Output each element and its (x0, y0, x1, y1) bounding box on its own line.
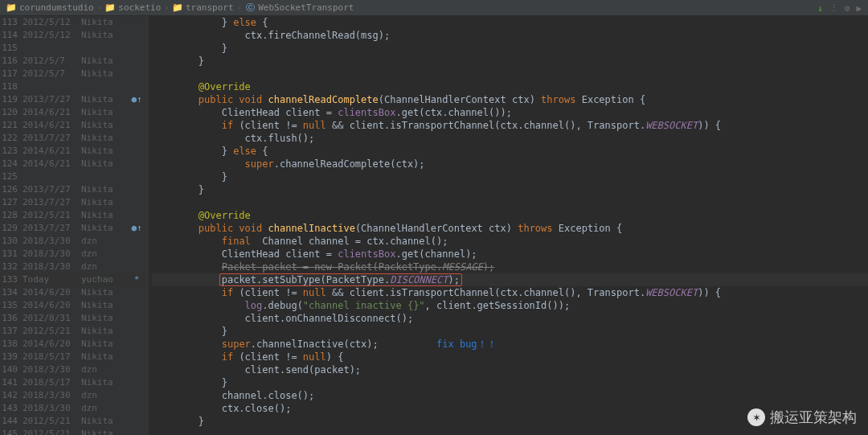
crumb-0[interactable]: corundumstudio (19, 2, 94, 13)
blame-date: 2018/3/30 (21, 261, 81, 273)
blame-author: Nikita (81, 29, 128, 42)
gutter-row[interactable]: 1292013/7/27Nikita●↑ (0, 222, 145, 235)
blame-author: Nikita (81, 376, 128, 389)
blame-date: 2014/6/21 (21, 158, 81, 170)
gutter-row[interactable]: 1192013/7/27Nikita●↑ (0, 93, 145, 106)
gutter-row[interactable]: 1262013/7/27Nikita (0, 183, 145, 196)
blame-date: 2012/5/7 (21, 68, 81, 80)
code-area[interactable]: } else { ctx.fireChannelRead(msg); } } @… (149, 16, 868, 435)
line-number: 127 (0, 196, 21, 209)
gutter-row[interactable]: 1232014/6/21Nikita (0, 145, 145, 158)
gutter-mark-icon (128, 68, 145, 80)
line-number: 145 (0, 428, 21, 435)
gutter-row[interactable]: 1222013/7/27Nikita (0, 132, 145, 145)
blame-date: 2012/5/7 (21, 55, 81, 68)
blame-date: 2018/3/30 (21, 389, 81, 402)
gutter-row[interactable]: 118 (0, 80, 145, 93)
watermark: ✶ 搬运亚策架构 (747, 408, 857, 427)
gutter-row[interactable]: 1202014/6/21Nikita (0, 106, 145, 119)
gutter-row[interactable]: 1172012/5/7Nikita (0, 68, 145, 80)
blame-author: dzn (81, 389, 128, 402)
gutter-row[interactable]: 1212014/6/21Nikita (0, 119, 145, 132)
gutter-row[interactable]: 1242014/6/21Nikita (0, 158, 145, 170)
gutter-row[interactable]: 1372012/5/21Nikita (0, 325, 145, 338)
gutter-row[interactable]: 1362012/8/31Nikita (0, 312, 145, 325)
gutter-mark-icon (128, 42, 145, 55)
line-number: 117 (0, 68, 21, 80)
blame-author: Nikita (81, 106, 128, 119)
line-number: 138 (0, 338, 21, 351)
gutter-row[interactable]: 1342014/6/20Nikita (0, 286, 145, 299)
gutter-mark-icon (128, 415, 145, 428)
blame-date: 2013/7/27 (21, 183, 81, 196)
gutter-row[interactable]: 115 (0, 42, 145, 55)
gutter-row[interactable]: 1432018/3/30dzn (0, 402, 145, 415)
wechat-icon: ✶ (747, 408, 765, 426)
menu-icon[interactable]: ⋮ (829, 3, 838, 14)
blame-author: Nikita (81, 196, 128, 209)
blame-date: Today (21, 273, 81, 286)
gutter-row[interactable]: 1452012/5/21Nikita (0, 428, 145, 435)
blame-author: Nikita (81, 183, 128, 196)
crumb-2[interactable]: transport (186, 2, 234, 13)
gutter-row[interactable]: 1322018/3/30dzn (0, 261, 145, 273)
gutter-row[interactable]: 1382014/6/20Nikita (0, 338, 145, 351)
blame-date: 2018/3/30 (21, 248, 81, 261)
gutter-mark-icon: * (128, 273, 145, 286)
blame-date: 2013/7/27 (21, 132, 81, 145)
gutter-mark-icon (128, 376, 145, 389)
blame-date: 2018/3/30 (21, 363, 81, 376)
gutter-row[interactable]: 125 (0, 170, 145, 183)
gutter-row[interactable]: 1442012/5/21Nikita (0, 415, 145, 428)
gutter-mark-icon (128, 428, 145, 435)
highlighted-line: packet.setSubType(PacketType.DISCONNECT)… (152, 273, 868, 286)
folder-icon: 📁 (105, 3, 115, 13)
gutter-row[interactable]: 1302018/3/30dzn (0, 235, 145, 248)
gutter-row[interactable]: 1282012/5/21Nikita (0, 209, 145, 222)
gutter-mark-icon (128, 338, 145, 351)
gutter-row[interactable]: 133Todayyuchao* (0, 273, 145, 286)
watermark-text: 搬运亚策架构 (770, 408, 857, 427)
crumb-1[interactable]: socketio (118, 2, 161, 13)
line-number: 144 (0, 415, 21, 428)
blame-author: Nikita (81, 415, 128, 428)
download-icon[interactable]: ↓ (817, 3, 823, 14)
line-number: 139 (0, 351, 21, 363)
gear-icon[interactable]: ⚙ (845, 3, 850, 14)
line-number: 137 (0, 325, 21, 338)
line-number: 142 (0, 389, 21, 402)
blame-date: 2014/6/21 (21, 119, 81, 132)
blame-date: 2018/5/17 (21, 351, 81, 363)
blame-author: Nikita (81, 312, 128, 325)
gutter-mark-icon (128, 248, 145, 261)
gutter-mark-icon (128, 235, 145, 248)
line-number: 119 (0, 93, 21, 106)
blame-author: Nikita (81, 93, 128, 106)
gutter-row[interactable]: 1272013/7/27Nikita (0, 196, 145, 209)
line-number: 120 (0, 106, 21, 119)
gutter-row[interactable]: 1422018/3/30dzn (0, 389, 145, 402)
gutter-row[interactable]: 1352014/6/20Nikita (0, 299, 145, 312)
gutter-row[interactable]: 1312018/3/30dzn (0, 248, 145, 261)
crumb-3[interactable]: WebSocketTransport (258, 2, 354, 13)
gutter-row[interactable]: 1142012/5/12Nikita (0, 29, 145, 42)
gutter-mark-icon (128, 80, 145, 93)
gutter-row[interactable]: 1392018/5/17Nikita (0, 351, 145, 363)
gutter-row[interactable]: 1162012/5/7Nikita (0, 55, 145, 68)
line-number: 141 (0, 376, 21, 389)
gutter-mark-icon (128, 209, 145, 222)
blame-author: dzn (81, 261, 128, 273)
gutter-mark-icon (128, 16, 145, 29)
blame-author: Nikita (81, 428, 128, 435)
folder-icon: 📁 (6, 3, 16, 13)
gutter-row[interactable]: 1402018/3/30dzn (0, 363, 145, 376)
blame-author: dzn (81, 402, 128, 415)
gutter-mark-icon (128, 261, 145, 273)
blame-date: 2014/6/21 (21, 145, 81, 158)
blame-date: 2014/6/20 (21, 286, 81, 299)
gutter-row[interactable]: 1132012/5/12Nikita (0, 16, 145, 29)
gutter-row[interactable]: 1412018/5/17Nikita (0, 376, 145, 389)
blame-date: 2018/5/17 (21, 376, 81, 389)
gutter-mark-icon (128, 312, 145, 325)
play-icon[interactable]: ▶ (856, 3, 862, 14)
